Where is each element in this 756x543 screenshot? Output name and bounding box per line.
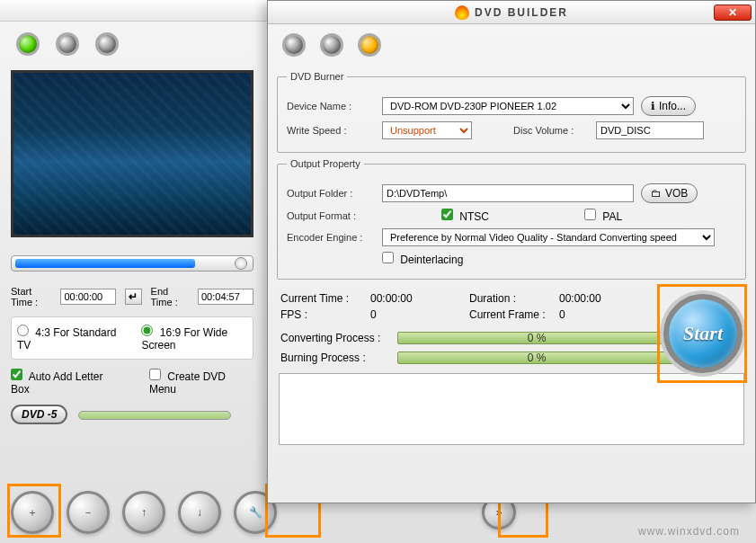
start-time-commit-button[interactable]: ↵: [125, 289, 141, 305]
highlight-start: [657, 284, 747, 383]
duration-label: Duration :: [469, 292, 559, 305]
builder-orb-1[interactable]: [282, 33, 306, 57]
log-box[interactable]: [279, 373, 744, 445]
flame-icon: [455, 5, 469, 20]
info-button[interactable]: ℹInfo...: [641, 96, 696, 116]
output-folder-label: Output Folder :: [287, 188, 375, 199]
frame-label: Current Frame :: [469, 308, 559, 321]
start-time-input[interactable]: [60, 289, 116, 305]
duration-value: 00:00:00: [559, 292, 658, 305]
aspect-16-9-radio[interactable]: 16:9 For Wide Screen: [141, 325, 247, 352]
output-format-label: Output Format :: [287, 210, 375, 221]
close-button[interactable]: ✕: [714, 4, 752, 21]
frame-value: 0: [559, 308, 658, 321]
fps-value: 0: [370, 308, 469, 321]
disc-volume-label: Disc Volume :: [513, 125, 589, 136]
info-icon: ℹ: [651, 100, 655, 112]
fast-forward-icon: »: [496, 506, 503, 519]
move-up-button[interactable]: ↑: [122, 491, 165, 534]
footer-url: www.winxdvd.com: [638, 525, 740, 538]
output-folder-input[interactable]: [382, 184, 634, 202]
disc-volume-input[interactable]: [596, 121, 704, 139]
convert-progress: 0 %: [397, 332, 676, 344]
device-name-select[interactable]: DVD-ROM DVD-230P PIONEER 1.02: [382, 97, 634, 115]
status-orb-2[interactable]: [56, 32, 79, 56]
status-orb-green[interactable]: [16, 32, 40, 56]
current-time-label: Current Time :: [280, 292, 370, 305]
dvd-burner-group: DVD Burner Device Name : DVD-ROM DVD-230…: [277, 71, 746, 153]
add-button[interactable]: ＋: [11, 491, 54, 534]
fps-label: FPS :: [280, 308, 370, 321]
current-time-value: 00:00:00: [370, 292, 469, 305]
end-time-input[interactable]: [198, 289, 253, 305]
device-name-label: Device Name :: [287, 101, 375, 111]
dvd-burner-legend: DVD Burner: [287, 71, 347, 82]
dvd-type-badge: DVD -5: [11, 405, 67, 424]
burn-progress: 0 %: [397, 352, 676, 364]
output-legend: Output Property: [287, 158, 364, 169]
convert-label: Converting Process :: [280, 332, 388, 344]
playback-slider[interactable]: [11, 255, 253, 272]
burn-label: Burning Process :: [280, 352, 388, 364]
encoder-select[interactable]: Preference by Normal Video Quality - Sta…: [382, 228, 715, 246]
minus-icon: －: [83, 505, 93, 521]
auto-letterbox-checkbox[interactable]: Auto Add Letter Box: [11, 369, 122, 396]
move-down-button[interactable]: ↓: [178, 491, 221, 534]
folder-icon: 🗀: [651, 187, 662, 200]
builder-orb-2[interactable]: [320, 33, 343, 57]
status-orb-3[interactable]: [95, 32, 119, 56]
plus-icon: ＋: [27, 505, 38, 521]
write-speed-label: Write Speed :: [287, 125, 375, 136]
builder-orb-3[interactable]: [358, 33, 381, 57]
encoder-label: Encoder Engine :: [287, 232, 375, 243]
deinterlace-checkbox[interactable]: Deinterlacing: [382, 252, 463, 266]
start-time-label: Start Time :: [11, 286, 51, 307]
aspect-4-3-radio[interactable]: 4:3 For Standard TV: [17, 325, 116, 352]
video-preview: [11, 70, 253, 237]
arrow-up-icon: ↑: [141, 506, 147, 519]
write-speed-select[interactable]: Unsupport: [382, 121, 472, 139]
create-menu-checkbox[interactable]: Create DVD Menu: [149, 369, 253, 396]
ntsc-checkbox[interactable]: NTSC: [441, 209, 489, 223]
dvd-builder-window: DVD BUILDER ✕ DVD Burner Device Name : D…: [267, 0, 756, 503]
window-title: DVD BUILDER: [475, 6, 568, 19]
capacity-meter: [78, 411, 231, 420]
vob-button[interactable]: 🗀VOB: [641, 183, 698, 203]
end-time-label: End Time :: [151, 286, 189, 307]
remove-button[interactable]: －: [67, 491, 110, 534]
output-property-group: Output Property Output Folder : 🗀VOB Out…: [277, 158, 746, 280]
pal-checkbox[interactable]: PAL: [584, 209, 622, 223]
wrench-icon: 🔧: [249, 506, 262, 519]
arrow-down-icon: ↓: [197, 506, 202, 519]
